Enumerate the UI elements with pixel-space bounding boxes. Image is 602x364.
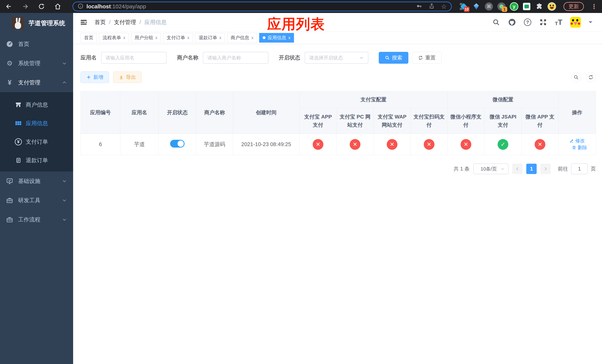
home-icon[interactable]	[54, 2, 62, 11]
active-tag-dot	[263, 36, 266, 39]
url-text[interactable]: localhost:1024/pay/app	[86, 3, 413, 10]
sidebar-item-dev-tools[interactable]: 研发工具	[0, 191, 73, 210]
github-icon[interactable]	[508, 18, 516, 26]
status-toggle[interactable]	[170, 140, 184, 148]
bookmark-star-icon[interactable]: ☆	[441, 3, 447, 10]
tag-close-icon[interactable]: x	[288, 35, 290, 40]
sidebar-collapse-icon[interactable]	[80, 18, 87, 26]
sidebar-item-merchant-info[interactable]: 商户信息	[0, 96, 73, 114]
pencil-icon	[570, 139, 574, 143]
sidebar-logo-row[interactable]: 芋道管理系统	[0, 13, 73, 33]
sidebar-item-payment[interactable]: ¥ 支付管理	[0, 73, 73, 92]
prev-page-button[interactable]	[512, 164, 523, 174]
browser-profile-avatar[interactable]	[548, 2, 556, 11]
breadcrumb-home[interactable]: 首页	[95, 19, 106, 26]
avatar-caret-icon[interactable]	[589, 21, 592, 25]
chevron-down-icon	[500, 167, 505, 171]
extension-recorder-icon[interactable]: 1	[497, 2, 506, 11]
breadcrumb-separator: /	[140, 19, 141, 25]
goto-page-input[interactable]	[571, 163, 588, 174]
browser-menu-icon[interactable]: ⋮	[591, 3, 597, 10]
tag-pay-order[interactable]: 支付订单 x	[163, 33, 193, 43]
plus-icon	[86, 75, 91, 80]
goto-suffix: 页	[591, 165, 596, 172]
merchant-name-input[interactable]	[203, 52, 269, 64]
edit-link[interactable]: 修改	[570, 138, 585, 144]
site-info-icon[interactable]	[77, 3, 84, 10]
search-button[interactable]: 搜索	[379, 52, 408, 64]
breadcrumb-payment[interactable]: 支付管理	[114, 19, 136, 26]
chevron-down-icon	[62, 198, 67, 203]
next-page-button[interactable]	[540, 164, 551, 174]
add-button[interactable]: 新增	[81, 72, 109, 83]
document-icon	[14, 157, 22, 163]
tag-home[interactable]: 首页	[81, 33, 97, 43]
col-header-created: 创建时间	[233, 91, 300, 134]
search-icon	[573, 75, 579, 80]
tag-process-form[interactable]: 流程表单 x	[99, 33, 129, 43]
help-icon[interactable]: ?	[524, 19, 531, 26]
pagination: 共 1 条 10条/页 1 前往 页	[81, 163, 596, 174]
page-size-select[interactable]: 10条/页	[473, 163, 508, 174]
navbar-actions: ? TT	[492, 17, 602, 28]
cell-status	[159, 134, 196, 155]
forward-icon[interactable]	[21, 2, 29, 11]
extension-diamond-icon[interactable]: 10	[460, 2, 468, 11]
extension-y-icon[interactable]: y	[510, 2, 518, 11]
sidebar-item-app-info[interactable]: 应用信息	[0, 114, 73, 133]
tag-refund-order[interactable]: 退款订单 x	[195, 33, 225, 43]
address-bar[interactable]: localhost:1024/pay/app ☆	[73, 2, 452, 11]
sidebar-item-system[interactable]: ⚙ 系统管理	[0, 54, 73, 73]
reload-icon[interactable]	[37, 2, 45, 11]
tag-close-icon[interactable]: x	[219, 35, 221, 40]
tag-app-info[interactable]: 应用信息 x	[259, 33, 294, 43]
sidebar-item-home[interactable]: 首页	[0, 34, 73, 54]
tag-user-group[interactable]: 用户分组 x	[131, 33, 161, 43]
export-button[interactable]: 导出	[113, 72, 142, 83]
font-size-icon[interactable]: TT	[555, 19, 562, 26]
extension-chat-icon[interactable]	[522, 2, 531, 11]
tag-close-icon[interactable]: x	[251, 35, 253, 40]
reset-button[interactable]: 重置	[412, 52, 442, 64]
search-icon[interactable]	[492, 18, 500, 26]
share-icon[interactable]	[429, 3, 435, 10]
toggle-search-button[interactable]	[571, 72, 581, 82]
app-name-input[interactable]	[101, 52, 167, 64]
chrome-update-button[interactable]: 更新	[563, 2, 584, 11]
yen-icon: ¥	[6, 79, 14, 86]
table-row: 6 芋道 芋道源码 2021-10-23 08:49:25	[81, 134, 596, 155]
tag-merchant-info[interactable]: 商户信息 x	[227, 33, 257, 43]
sidebar-item-pay-order[interactable]: ¥ 支付订单	[0, 133, 73, 151]
payment-submenu: 商户信息 应用信息 ¥ 支付订单	[0, 92, 73, 171]
user-avatar[interactable]	[570, 17, 581, 28]
sidebar-item-infrastructure[interactable]: 基础设施	[0, 171, 73, 191]
cell-actions: 修改 删除	[559, 134, 596, 155]
alipay-wap-status-icon	[387, 139, 398, 150]
cell-created: 2021-10-23 08:49:25	[233, 134, 300, 155]
page-annotation: 应用列表	[267, 15, 325, 34]
trash-icon	[572, 145, 576, 150]
page-number-button[interactable]: 1	[526, 164, 537, 174]
password-key-icon[interactable]	[416, 3, 422, 10]
sidebar-item-label: 首页	[18, 40, 29, 48]
status-select[interactable]: 请选择开启状态	[305, 52, 368, 64]
delete-link[interactable]: 删除	[572, 144, 587, 151]
search-form: 应用名 商户名称 开启状态 请选择开启状态	[81, 52, 596, 64]
fullscreen-icon[interactable]	[539, 18, 547, 26]
dashboard-icon	[6, 41, 14, 48]
tag-close-icon[interactable]: x	[123, 35, 125, 40]
alipay-app-status-icon	[313, 139, 323, 150]
sidebar-item-refund-order[interactable]: 退款订单	[0, 151, 73, 170]
tag-close-icon[interactable]: x	[187, 35, 189, 40]
sidebar-item-workflow[interactable]: 工作流程	[0, 210, 73, 229]
extensions-puzzle-icon[interactable]	[535, 2, 544, 11]
extension-gem-icon[interactable]	[472, 2, 481, 11]
refresh-table-button[interactable]	[586, 72, 596, 82]
download-icon	[119, 75, 124, 80]
back-icon[interactable]	[5, 2, 13, 11]
tag-close-icon[interactable]: x	[155, 35, 157, 40]
extension-command-icon[interactable]: ⌘	[485, 2, 493, 11]
wechat-mini-status-icon	[461, 139, 471, 150]
apps-table: 应用编号 应用名 开启状态 商户名称 创建时间 支付宝配置 微信配置 操作 支付…	[81, 91, 596, 155]
grid-icon	[14, 120, 22, 127]
